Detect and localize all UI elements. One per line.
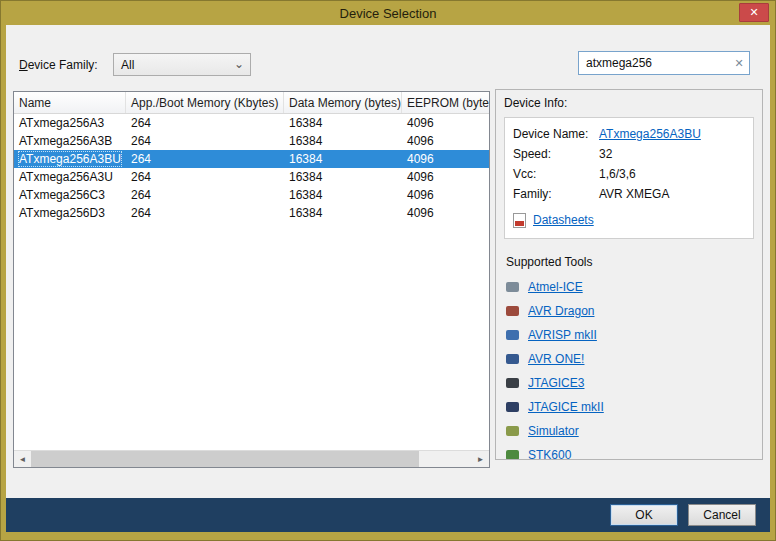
- vcc-label: Vcc:: [513, 167, 599, 181]
- device-family-dropdown[interactable]: All ⌄: [113, 53, 251, 76]
- cell-eeprom: 4096: [402, 114, 489, 132]
- table-row[interactable]: ATxmega256A3U 264 16384 4096: [14, 168, 489, 186]
- tool-row: JTAGICE3: [504, 371, 754, 395]
- device-info-panel: Device Info: Device Name: ATxmega256A3BU…: [495, 89, 763, 460]
- cell-app-boot: 264: [126, 186, 284, 204]
- table-header: Name App./Boot Memory (Kbytes) Data Memo…: [14, 92, 489, 114]
- titlebar[interactable]: Device Selection: [1, 1, 775, 25]
- family-label: Family:: [513, 187, 599, 201]
- device-info-title: Device Info:: [504, 96, 754, 110]
- tool-link-jtagice-mkii[interactable]: JTAGICE mkII: [528, 400, 604, 414]
- device-name-row: Device Name: ATxmega256A3BU: [513, 124, 745, 144]
- cell-data-memory: 16384: [284, 168, 402, 186]
- device-family-value: All: [121, 58, 134, 72]
- cell-name: ATxmega256A3BU: [14, 150, 126, 168]
- simulator-icon: [506, 426, 519, 436]
- tool-link-avr-one[interactable]: AVR ONE!: [528, 352, 584, 366]
- device-name-label: Device Name:: [513, 127, 599, 141]
- cell-data-memory: 16384: [284, 132, 402, 150]
- tool-link-simulator[interactable]: Simulator: [528, 424, 579, 438]
- scroll-right-icon[interactable]: ►: [472, 451, 489, 467]
- device-table: Name App./Boot Memory (Kbytes) Data Memo…: [13, 91, 490, 468]
- tool-link-stk600[interactable]: STK600: [528, 448, 571, 460]
- device-selection-dialog: Device Selection ✕ Device Family: All ⌄ …: [0, 0, 776, 541]
- close-button[interactable]: ✕: [739, 3, 769, 22]
- table-row[interactable]: ATxmega256D3 264 16384 4096: [14, 204, 489, 222]
- vcc-row: Vcc: 1,6/3,6: [513, 164, 745, 184]
- search-box: ✕: [578, 51, 750, 75]
- cell-app-boot: 264: [126, 132, 284, 150]
- ok-button[interactable]: OK: [610, 504, 678, 526]
- column-header-name[interactable]: Name: [14, 92, 126, 113]
- close-icon: ✕: [749, 6, 758, 19]
- cell-eeprom: 4096: [402, 204, 489, 222]
- device-name-link[interactable]: ATxmega256A3BU: [599, 127, 701, 141]
- clear-search-icon[interactable]: ✕: [729, 57, 749, 70]
- scroll-left-icon[interactable]: ◄: [14, 451, 31, 467]
- table-row-selected[interactable]: ATxmega256A3BU 264 16384 4096: [14, 150, 489, 168]
- window-title: Device Selection: [340, 6, 437, 21]
- cancel-button[interactable]: Cancel: [688, 504, 756, 526]
- table-row[interactable]: ATxmega256A3 264 16384 4096: [14, 114, 489, 132]
- tool-row: Atmel-ICE: [504, 275, 754, 299]
- cell-app-boot: 264: [126, 204, 284, 222]
- cell-name: ATxmega256A3U: [14, 168, 126, 186]
- jtagice-mkii-icon: [506, 402, 519, 412]
- column-header-app-boot-memory[interactable]: App./Boot Memory (Kbytes): [126, 92, 284, 113]
- cell-app-boot: 264: [126, 168, 284, 186]
- cell-name: ATxmega256C3: [14, 186, 126, 204]
- cell-name: ATxmega256A3B: [14, 132, 126, 150]
- datasheets-row: Datasheets: [513, 208, 745, 232]
- vcc-value: 1,6/3,6: [599, 167, 636, 181]
- dialog-content: Device Family: All ⌄ ✕ Name App./Boot Me…: [6, 25, 770, 498]
- cell-eeprom: 4096: [402, 186, 489, 204]
- cell-data-memory: 16384: [284, 114, 402, 132]
- tool-link-jtagice3[interactable]: JTAGICE3: [528, 376, 584, 390]
- scrollbar-track[interactable]: [419, 451, 472, 467]
- cell-data-memory: 16384: [284, 186, 402, 204]
- speed-label: Speed:: [513, 147, 599, 161]
- selected-device-name: ATxmega256A3BU: [19, 152, 121, 166]
- tool-link-atmel-ice[interactable]: Atmel-ICE: [528, 280, 583, 294]
- speed-row: Speed: 32: [513, 144, 745, 164]
- cell-app-boot: 264: [126, 114, 284, 132]
- column-header-data-memory[interactable]: Data Memory (bytes): [284, 92, 402, 113]
- cell-name: ATxmega256D3: [14, 204, 126, 222]
- device-family-label: Device Family:: [19, 58, 98, 72]
- tool-link-avrisp-mkii[interactable]: AVRISP mkII: [528, 328, 597, 342]
- tool-row: Simulator: [504, 419, 754, 443]
- stk600-icon: [506, 450, 519, 460]
- tool-row: AVRISP mkII: [504, 323, 754, 347]
- search-input[interactable]: [579, 56, 729, 70]
- scrollbar-thumb[interactable]: [31, 451, 419, 467]
- cell-app-boot: 264: [126, 150, 284, 168]
- tool-row: STK600: [504, 443, 754, 460]
- supported-tools-title: Supported Tools: [506, 255, 754, 269]
- atmel-ice-icon: [506, 282, 519, 292]
- cell-data-memory: 16384: [284, 204, 402, 222]
- chevron-down-icon: ⌄: [234, 57, 244, 71]
- cell-eeprom: 4096: [402, 168, 489, 186]
- datasheets-link[interactable]: Datasheets: [533, 213, 594, 227]
- tool-row: AVR ONE!: [504, 347, 754, 371]
- speed-value: 32: [599, 147, 612, 161]
- pdf-icon: [513, 213, 526, 228]
- table-row[interactable]: ATxmega256C3 264 16384 4096: [14, 186, 489, 204]
- avr-dragon-icon: [506, 306, 519, 316]
- cell-eeprom: 4096: [402, 132, 489, 150]
- cell-name: ATxmega256A3: [14, 114, 126, 132]
- horizontal-scrollbar[interactable]: ◄ ►: [14, 450, 489, 467]
- device-info-box: Device Name: ATxmega256A3BU Speed: 32 Vc…: [504, 117, 754, 239]
- family-row: Family: AVR XMEGA: [513, 184, 745, 204]
- table-row[interactable]: ATxmega256A3B 264 16384 4096: [14, 132, 489, 150]
- tool-row: AVR Dragon: [504, 299, 754, 323]
- avrisp-mkii-icon: [506, 330, 519, 340]
- cell-eeprom: 4096: [402, 150, 489, 168]
- tool-link-avr-dragon[interactable]: AVR Dragon: [528, 304, 594, 318]
- tool-row: JTAGICE mkII: [504, 395, 754, 419]
- dialog-footer: OK Cancel: [6, 498, 770, 532]
- family-value: AVR XMEGA: [599, 187, 669, 201]
- jtagice3-icon: [506, 378, 519, 388]
- avr-one-icon: [506, 354, 519, 364]
- column-header-eeprom[interactable]: EEPROM (bytes): [402, 92, 489, 113]
